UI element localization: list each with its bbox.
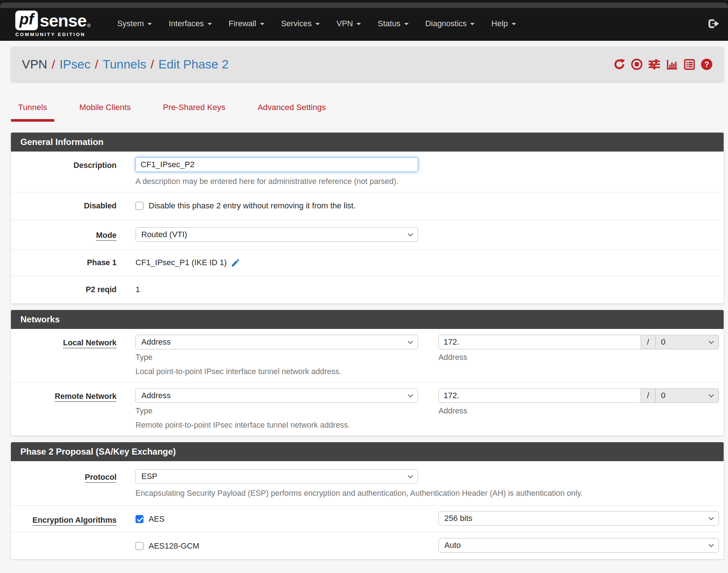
tab-pre-shared-keys[interactable]: Pre-Shared Keys xyxy=(156,103,232,122)
chevron-down-icon xyxy=(408,339,413,344)
menu-status[interactable]: Status xyxy=(369,15,417,32)
mode-select[interactable]: Routed (VTI) xyxy=(135,227,418,242)
disabled-row: Disabled Disable this phase 2 entry with… xyxy=(11,192,724,220)
menu-help[interactable]: Help xyxy=(483,15,524,32)
remote-address-input[interactable] xyxy=(438,388,641,403)
aes128gcm-label: AES128-GCM xyxy=(149,541,199,551)
protocol-select[interactable]: ESP xyxy=(135,469,418,484)
chevron-down-icon xyxy=(470,23,475,25)
slash-addon: / xyxy=(641,335,656,349)
section-title: Networks xyxy=(11,310,724,329)
chevron-down-icon xyxy=(260,23,264,25)
menu-services[interactable]: Services xyxy=(273,15,328,32)
description-label: Description xyxy=(11,157,117,186)
local-network-help: Local point-to-point IPsec interface tun… xyxy=(135,367,418,376)
p2-reqid-row: P2 reqid 1 xyxy=(11,276,724,303)
tab-tunnels[interactable]: Tunnels xyxy=(11,103,54,122)
protocol-row: Protocol ESP Encapsulating Security Payl… xyxy=(11,461,724,506)
aes128gcm-checkbox[interactable] xyxy=(135,542,143,550)
local-network-label: Local Network xyxy=(11,335,117,376)
log-list-icon[interactable] xyxy=(683,58,695,70)
mode-row: Mode Routed (VTI) xyxy=(11,220,724,250)
remote-address-sublabel: Address xyxy=(438,407,719,416)
description-input[interactable] xyxy=(135,157,418,172)
chevron-down-icon xyxy=(408,473,413,478)
local-address-sublabel: Address xyxy=(438,353,719,362)
encryption-algorithms-label: Encryption Algorithms xyxy=(11,511,117,526)
slash-addon: / xyxy=(641,388,656,403)
chevron-down-icon xyxy=(709,515,714,520)
menu-system[interactable]: System xyxy=(109,15,160,32)
aes128gcm-keylen-select[interactable]: Auto xyxy=(438,538,719,553)
logout-icon[interactable] xyxy=(707,17,719,30)
breadcrumb-edit-phase2[interactable]: Edit Phase 2 xyxy=(158,57,229,71)
chevron-down-icon xyxy=(315,23,320,25)
breadcrumb-tunnels-link[interactable]: Tunnels xyxy=(103,57,146,71)
chevron-down-icon xyxy=(709,542,714,547)
breadcrumb-separator: / xyxy=(151,57,154,71)
local-type-sublabel: Type xyxy=(135,353,418,362)
section-title: General Information xyxy=(11,133,724,152)
general-information-panel: General Information Description A descri… xyxy=(11,133,724,303)
menu-firewall[interactable]: Firewall xyxy=(220,15,273,32)
section-title: Phase 2 Proposal (SA/Key Exchange) xyxy=(11,442,724,461)
breadcrumb-ipsec-link[interactable]: IPsec xyxy=(59,57,90,71)
menu-vpn[interactable]: VPN xyxy=(328,15,369,32)
tab-mobile-clients[interactable]: Mobile Clients xyxy=(72,103,138,122)
local-network-type-select[interactable]: Address xyxy=(135,335,418,349)
menu-interfaces[interactable]: Interfaces xyxy=(160,15,220,32)
description-row: Description A description may be entered… xyxy=(11,152,724,192)
phase1-label: Phase 1 xyxy=(11,258,117,268)
refresh-icon[interactable] xyxy=(613,58,625,70)
remote-address-group: / 0 xyxy=(438,388,719,403)
pf-logo-badge: pf xyxy=(15,11,38,30)
logo-sense-text: sense xyxy=(40,11,86,31)
disabled-label: Disabled xyxy=(11,201,117,211)
breadcrumb-separator: / xyxy=(95,57,98,71)
protocol-label: Protocol xyxy=(11,469,117,498)
bar-chart-icon[interactable] xyxy=(666,58,678,70)
remote-network-label: Remote Network xyxy=(11,388,117,430)
logo-edition-tagline: COMMUNITY EDITION xyxy=(15,32,91,37)
mode-label: Mode xyxy=(11,227,117,242)
menu-diagnostics[interactable]: Diagnostics xyxy=(417,15,483,32)
local-address-input[interactable] xyxy=(438,335,641,349)
phase1-value: CF1_IPsec_P1 (IKE ID 1) xyxy=(135,258,227,267)
protocol-help: Encapsulating Security Payload (ESP) per… xyxy=(135,489,719,498)
edit-pencil-icon[interactable] xyxy=(231,258,240,268)
breadcrumb: VPN / IPsec / Tunnels / Edit Phase 2 xyxy=(22,57,229,71)
chevron-down-icon xyxy=(709,339,714,344)
encryption-aes128gcm-row: AES128-GCM Auto xyxy=(11,532,724,559)
chevron-down-icon xyxy=(512,23,516,25)
remote-network-help: Remote point-to-point IPsec interface tu… xyxy=(135,421,418,430)
sliders-icon[interactable] xyxy=(648,58,660,70)
tab-advanced-settings[interactable]: Advanced Settings xyxy=(250,103,333,122)
chevron-down-icon xyxy=(357,23,361,25)
remote-mask-select[interactable]: 0 xyxy=(656,388,719,403)
aes-keylen-select[interactable]: 256 bits xyxy=(438,511,719,526)
disabled-checkbox[interactable] xyxy=(135,202,143,210)
chevron-down-icon xyxy=(408,231,413,236)
main-menu: System Interfaces Firewall Services VPN … xyxy=(109,15,524,32)
local-mask-select[interactable]: 0 xyxy=(656,335,719,349)
top-navbar: pf sense ® COMMUNITY EDITION System Inte… xyxy=(0,0,728,41)
chevron-down-icon xyxy=(709,392,714,397)
local-network-row: Local Network Address Type Local point-t… xyxy=(11,329,724,382)
breadcrumb-separator: / xyxy=(52,57,55,71)
svg-text:?: ? xyxy=(704,60,709,69)
breadcrumb-panel: VPN / IPsec / Tunnels / Edit Phase 2 xyxy=(11,47,724,82)
p2-reqid-value: 1 xyxy=(135,285,140,294)
networks-panel: Networks Local Network Address Type Loca… xyxy=(11,310,724,436)
help-icon[interactable]: ? xyxy=(701,58,713,70)
p2-reqid-label: P2 reqid xyxy=(11,285,117,295)
aes-checkbox[interactable] xyxy=(135,515,143,523)
chevron-down-icon xyxy=(208,23,212,25)
description-help: A description may be entered here for ad… xyxy=(135,177,719,186)
remote-type-sublabel: Type xyxy=(135,407,418,416)
encryption-aes-row: Encryption Algorithms AES 256 bits xyxy=(11,506,724,532)
pfsense-logo[interactable]: pf sense ® COMMUNITY EDITION xyxy=(15,11,91,37)
stop-icon[interactable] xyxy=(631,58,643,70)
local-address-group: / 0 xyxy=(438,335,719,349)
aes-label: AES xyxy=(149,514,165,524)
remote-network-type-select[interactable]: Address xyxy=(135,388,418,403)
